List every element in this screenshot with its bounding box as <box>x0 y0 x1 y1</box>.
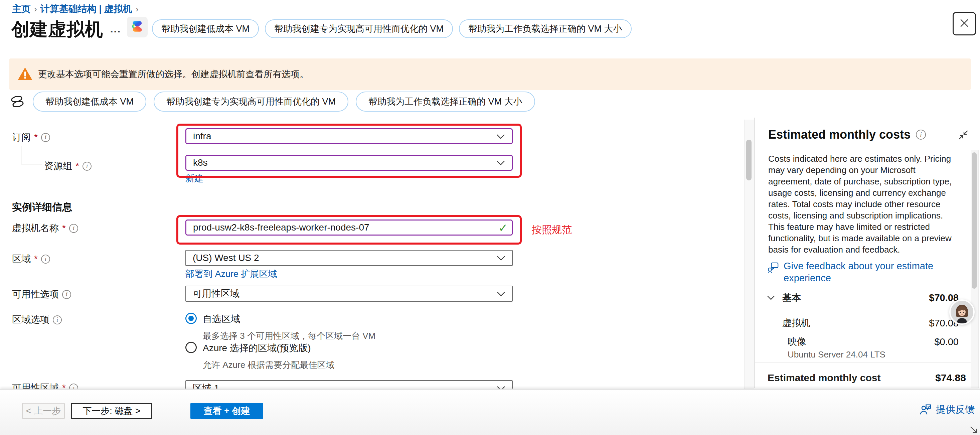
required-asterisk: * <box>34 132 38 143</box>
cost-panel-description: Costs indicated here are estimates only.… <box>768 153 953 255</box>
required-asterisk: * <box>62 223 66 234</box>
breadcrumb-home-link[interactable]: 主页 <box>12 3 31 15</box>
copilot-icon <box>130 19 144 35</box>
main-scrollbar-thumb[interactable] <box>746 140 751 180</box>
suggest-right-vm-size-button-2[interactable]: 帮助我为工作负载选择正确的 VM 大小 <box>356 92 535 112</box>
zone-options-label: 区域选项 <box>12 313 49 326</box>
suggest-right-vm-size-button[interactable]: 帮助我为工作负载选择正确的 VM 大小 <box>459 19 632 38</box>
suggest-low-cost-vm-button[interactable]: 帮助我创建低成本 VM <box>152 19 259 38</box>
resource-group-label: 资源组 <box>44 160 72 172</box>
vm-name-input[interactable] <box>185 220 513 236</box>
warning-banner: 更改基本选项可能会重置所做的选择。创建虚拟机前查看所有选项。 <box>10 59 970 90</box>
cost-image-label: 映像 <box>788 335 806 348</box>
suggest-low-cost-vm-button-2[interactable]: 帮助我创建低成本 VM <box>33 92 146 112</box>
resource-group-value: k8s <box>193 157 208 168</box>
availability-options-dropdown[interactable]: 可用性区域 <box>185 286 513 302</box>
previous-step-button[interactable]: < 上一步 <box>22 403 65 419</box>
info-icon[interactable]: i <box>41 133 50 142</box>
region-dropdown[interactable]: (US) West US 2 <box>185 250 513 266</box>
resize-grip-icon[interactable] <box>969 425 978 435</box>
footer-buttons: < 上一步 下一步: 磁盘 > 查看 + 创建 <box>22 403 263 419</box>
radio-azure-select-label[interactable]: Azure 选择的区域(预览版) <box>203 342 334 354</box>
panel-scrollbar-thumb[interactable] <box>972 152 977 288</box>
annotation-note: 按照规范 <box>532 223 572 237</box>
review-create-button[interactable]: 查看 + 创建 <box>190 403 263 419</box>
valid-checkmark-icon: ✓ <box>498 221 508 234</box>
give-feedback-text: 提供反馈 <box>936 403 975 416</box>
breadcrumb: 主页 › 计算基础结构 | 虚拟机 › <box>12 3 142 15</box>
estimate-feedback-text: Give feedback about your estimate experi… <box>784 260 948 284</box>
warning-text: 更改基本选项可能会重置所做的选择。创建虚拟机前查看所有选项。 <box>38 68 309 80</box>
resource-group-label-row: 资源组 * i <box>44 160 92 172</box>
info-icon[interactable]: i <box>69 384 78 389</box>
give-feedback-link[interactable]: 提供反馈 <box>919 403 975 416</box>
info-icon[interactable]: i <box>41 255 50 264</box>
cost-panel-header: Estimated monthly costs i <box>768 127 926 142</box>
avatar-image <box>951 301 973 323</box>
cost-vm-label: 虚拟机 <box>782 317 810 330</box>
required-asterisk: * <box>34 253 38 264</box>
info-icon[interactable]: i <box>62 290 71 299</box>
chevron-down-icon <box>497 253 505 263</box>
vm-name-label-row: 虚拟机名称 * i <box>12 222 78 234</box>
suggest-high-availability-vm-button[interactable]: 帮助我创建专为实现高可用性而优化的 VM <box>265 19 453 38</box>
availability-zone-value: 区域 1 <box>193 382 219 389</box>
cost-group-label: 基本 <box>782 292 801 304</box>
radio-self-select-desc: 最多选择 3 个可用性区域，每个区域一台 VM <box>203 330 375 342</box>
required-asterisk: * <box>75 161 79 171</box>
cost-group-row[interactable]: 基本 $70.08 <box>767 292 959 304</box>
availability-options-value: 可用性区域 <box>193 287 240 300</box>
region-label: 区域 <box>12 253 31 265</box>
create-new-resource-group-link[interactable]: 新建 <box>185 172 204 185</box>
cost-panel-title: Estimated monthly costs <box>768 127 910 142</box>
collapse-panel-icon[interactable] <box>958 130 969 142</box>
estimate-feedback-link[interactable]: Give feedback about your estimate experi… <box>768 260 948 284</box>
availability-zone-dropdown-clipped[interactable]: 区域 1 <box>185 380 513 389</box>
subscription-label: 订阅 <box>12 131 31 143</box>
chevron-down-icon <box>497 288 505 299</box>
info-icon[interactable]: i <box>69 224 78 233</box>
deploy-edge-zone-link[interactable]: 部署到 Azure 扩展区域 <box>185 268 277 280</box>
field-connector-line <box>21 147 42 164</box>
page-title: 创建虚拟机 <box>11 18 103 42</box>
close-button[interactable] <box>953 12 976 35</box>
region-value: (US) West US 2 <box>193 253 259 263</box>
create-vm-page: 主页 › 计算基础结构 | 虚拟机 › 创建虚拟机 … <box>0 0 980 435</box>
zone-options-label-row: 区域选项 i <box>12 313 62 326</box>
availability-options-label: 可用性选项 <box>12 288 59 301</box>
header-suggestions: 帮助我创建低成本 VM 帮助我创建专为实现高可用性而优化的 VM 帮助我为工作负… <box>152 19 632 38</box>
subscription-value: infra <box>193 131 211 142</box>
cost-total-label: Estimated monthly cost <box>768 372 880 384</box>
subscription-dropdown[interactable]: infra <box>185 128 513 144</box>
assistant-avatar[interactable] <box>949 300 975 325</box>
breadcrumb-chevron-icon: › <box>132 4 142 14</box>
radio-azure-selected-zones[interactable] <box>185 342 197 353</box>
chevron-down-icon <box>496 157 505 168</box>
info-icon[interactable]: i <box>53 315 62 324</box>
zone-option-self-select: 自选区域 最多选择 3 个可用性区域，每个区域一台 VM <box>185 313 375 342</box>
next-step-disks-button[interactable]: 下一步: 磁盘 > <box>71 403 152 419</box>
radio-self-select-zones[interactable] <box>185 313 197 324</box>
radio-self-select-label[interactable]: 自选区域 <box>203 313 375 325</box>
cost-image-sub: Ubuntu Server 24.04 LTS <box>788 349 886 360</box>
suggest-high-availability-vm-button-2[interactable]: 帮助我创建专为实现高可用性而优化的 VM <box>154 92 348 112</box>
chevron-down-icon <box>497 383 505 389</box>
info-icon[interactable]: i <box>83 162 92 171</box>
feedback-person-icon <box>919 403 932 416</box>
vm-name-label: 虚拟机名称 <box>12 222 59 234</box>
chevron-down-icon <box>496 131 505 142</box>
breadcrumb-section-link[interactable]: 计算基础结构 | 虚拟机 <box>40 3 132 15</box>
subscription-label-row: 订阅 * i <box>12 131 50 143</box>
chevron-down-icon <box>767 295 775 300</box>
copilot-button[interactable] <box>127 17 148 37</box>
info-icon[interactable]: i <box>916 130 926 140</box>
more-options-button[interactable]: … <box>110 22 122 35</box>
breadcrumb-chevron-icon: › <box>31 4 40 14</box>
zone-option-azure-select: Azure 选择的区域(预览版) 允许 Azure 根据需要分配最佳区域 <box>185 342 334 371</box>
cost-image-value: $0.00 <box>934 336 959 347</box>
availability-zone-label: 可用性区域 <box>12 382 59 389</box>
cost-total-row: Estimated monthly cost $74.88 <box>768 372 966 384</box>
cost-image-row: 映像 $0.00 <box>788 335 959 348</box>
resource-group-dropdown[interactable]: k8s <box>185 155 513 171</box>
instance-details-heading: 实例详细信息 <box>12 201 72 214</box>
